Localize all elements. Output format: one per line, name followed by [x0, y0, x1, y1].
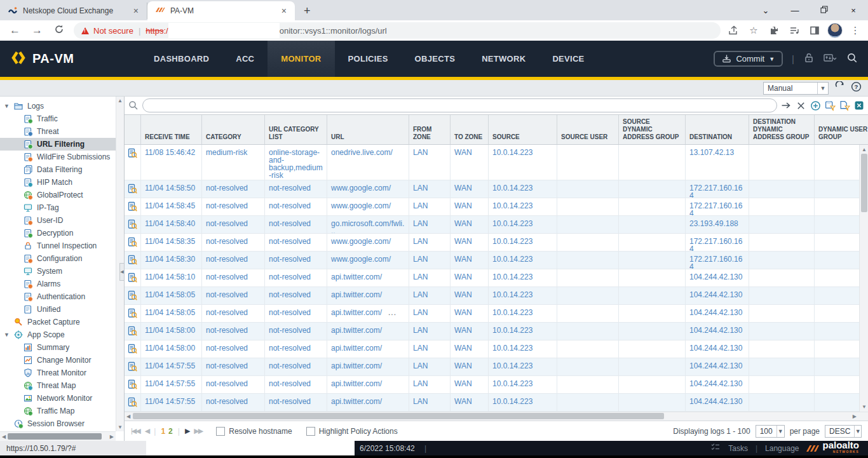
- cell-destination[interactable]: 104.244.42.130: [686, 340, 749, 358]
- sidebar-item-user-id[interactable]: User-ID: [0, 214, 116, 227]
- cell-source[interactable]: 10.0.14.223: [489, 323, 557, 340]
- sidebar-item-globalprotect[interactable]: GlobalProtect: [0, 189, 116, 201]
- export-to-csv-icon[interactable]: [853, 100, 865, 111]
- first-page-button[interactable]: |◀◀: [131, 427, 140, 435]
- per-page-select[interactable]: 100 ▼: [756, 425, 785, 438]
- cell-category[interactable]: not-resolved: [202, 305, 265, 322]
- refresh-icon[interactable]: [834, 81, 845, 95]
- grid-vertical-scrollbar[interactable]: ▲ ▼: [859, 145, 868, 412]
- cell-from_zone[interactable]: LAN: [409, 287, 451, 304]
- cell-url[interactable]: www.google.com/: [327, 234, 409, 251]
- language-label[interactable]: Language: [765, 444, 799, 453]
- sidebar-item-alarms[interactable]: Alarms: [0, 278, 116, 290]
- log-detail-icon[interactable]: [125, 269, 141, 286]
- cell-category[interactable]: not-resolved: [202, 269, 265, 286]
- cell-url[interactable]: api.twitter.com/: [327, 394, 409, 411]
- column-header-from_zone[interactable]: FROM ZONE: [409, 115, 451, 144]
- config-lock-icon[interactable]: [803, 52, 815, 66]
- cell-category[interactable]: not-resolved: [202, 376, 265, 393]
- bookmark-star-icon[interactable]: ☆: [745, 22, 763, 39]
- browser-tab-pavm[interactable]: PA-VM ×: [147, 1, 295, 20]
- window-restore-icon[interactable]: [810, 6, 839, 15]
- close-icon[interactable]: ×: [132, 6, 140, 16]
- log-detail-icon[interactable]: [125, 180, 141, 198]
- nav-item-policies[interactable]: POLICIES: [335, 41, 402, 77]
- column-header-source_dynamic_address_group[interactable]: SOURCE DYNAMIC ADDRESS GROUP: [619, 115, 686, 144]
- cell-receive_time[interactable]: 11/04 14:58:05: [141, 305, 202, 322]
- cell-receive_time[interactable]: 11/04 14:58:00: [141, 340, 202, 358]
- previous-page-button[interactable]: ◀: [145, 427, 149, 435]
- sidebar-item-session-browser[interactable]: Session Browser: [0, 417, 116, 430]
- cell-receive_time[interactable]: 11/04 14:58:50: [141, 180, 202, 198]
- cell-url_category_list[interactable]: not-resolved: [265, 323, 327, 340]
- cell-receive_time[interactable]: 11/04 14:58:10: [141, 269, 202, 286]
- sort-order-select[interactable]: DESC ▼: [825, 425, 862, 438]
- cell-destination[interactable]: 172.217.160.164: [686, 180, 749, 198]
- sidebar-item-hip-match[interactable]: HIP Match: [0, 176, 116, 189]
- cell-source[interactable]: 10.0.14.223: [489, 234, 557, 251]
- scroll-down-icon[interactable]: ▼: [862, 404, 867, 410]
- scroll-up-icon[interactable]: ▲: [862, 147, 867, 152]
- sidebar-splitter[interactable]: ◀: [119, 263, 125, 281]
- cell-to_zone[interactable]: WAN: [451, 198, 489, 215]
- scroll-down-icon[interactable]: ▼: [118, 424, 123, 430]
- cell-from_zone[interactable]: LAN: [409, 376, 451, 393]
- side-panel-icon[interactable]: [806, 22, 824, 39]
- log-detail-icon[interactable]: [125, 145, 141, 180]
- column-header-to_zone[interactable]: TO ZONE: [451, 115, 489, 144]
- cell-to_zone[interactable]: WAN: [451, 287, 489, 304]
- scroll-left-icon[interactable]: ◀: [126, 414, 130, 419]
- log-detail-icon[interactable]: [125, 198, 141, 215]
- cell-receive_time[interactable]: 11/04 14:58:00: [141, 323, 202, 340]
- page-number-current[interactable]: 1: [161, 427, 165, 436]
- log-detail-icon[interactable]: [125, 287, 141, 304]
- cell-url_category_list[interactable]: not-resolved: [265, 287, 327, 304]
- sidebar-item-data-filtering[interactable]: Data Filtering: [0, 163, 116, 176]
- cell-url_category_list[interactable]: not-resolved: [265, 394, 327, 411]
- next-page-button[interactable]: ▶: [185, 427, 189, 435]
- sidebar-item-traffic[interactable]: Traffic: [0, 112, 116, 125]
- cell-url[interactable]: api.twitter.com/...: [327, 305, 409, 322]
- cell-url[interactable]: www.google.com/: [327, 252, 409, 269]
- add-filter-icon[interactable]: [810, 100, 821, 111]
- cell-destination[interactable]: 104.244.42.130: [686, 376, 749, 393]
- cell-source[interactable]: 10.0.14.223: [489, 394, 557, 411]
- cell-from_zone[interactable]: LAN: [409, 394, 451, 411]
- forward-icon[interactable]: →: [26, 24, 48, 37]
- sidebar-item-packet-capture[interactable]: Packet Capture: [0, 316, 116, 328]
- cell-to_zone[interactable]: WAN: [451, 216, 489, 233]
- cell-to_zone[interactable]: WAN: [451, 340, 489, 358]
- sidebar-item-threat[interactable]: Threat: [0, 125, 116, 138]
- cell-source[interactable]: 10.0.14.223: [489, 376, 557, 393]
- log-detail-icon[interactable]: [125, 216, 141, 233]
- cell-from_zone[interactable]: LAN: [409, 323, 451, 340]
- sidebar-item-tunnel-inspection[interactable]: Tunnel Inspection: [0, 239, 116, 252]
- log-detail-icon[interactable]: [125, 305, 141, 322]
- cell-receive_time[interactable]: 11/04 14:58:30: [141, 252, 202, 269]
- cell-from_zone[interactable]: LAN: [409, 180, 451, 198]
- refresh-interval-select[interactable]: Manual ▼: [763, 82, 829, 95]
- cell-url[interactable]: go.microsoft.com/fwli...: [327, 216, 409, 233]
- load-filter-icon[interactable]: [839, 100, 850, 111]
- tasks-label[interactable]: Tasks: [728, 444, 748, 453]
- cell-destination[interactable]: 172.217.160.164: [686, 252, 749, 269]
- cell-category[interactable]: not-resolved: [202, 234, 265, 251]
- sidebar-item-url-filtering[interactable]: URL Filtering: [0, 138, 116, 151]
- sidebar-item-change-monitor[interactable]: Change Monitor: [0, 354, 116, 367]
- column-header-destination[interactable]: DESTINATION: [686, 115, 749, 144]
- page-number-2[interactable]: 2: [168, 427, 173, 436]
- cell-destination[interactable]: 104.244.42.130: [686, 269, 749, 286]
- sidebar-item-app-scope[interactable]: ▼App Scope: [0, 328, 116, 341]
- cell-from_zone[interactable]: LAN: [409, 145, 451, 180]
- browser-tab-netskope[interactable]: Netskope Cloud Exchange ×: [0, 3, 147, 19]
- cell-receive_time[interactable]: 11/04 14:58:45: [141, 198, 202, 215]
- cell-from_zone[interactable]: LAN: [409, 234, 451, 251]
- cell-url_category_list[interactable]: not-resolved: [265, 252, 327, 269]
- cell-source[interactable]: 10.0.14.223: [489, 198, 557, 215]
- cell-source[interactable]: 10.0.14.223: [489, 287, 557, 304]
- sidebar-item-wildfire-submissions[interactable]: WildFire Submissions: [0, 151, 116, 163]
- last-page-button[interactable]: ▶▶: [194, 427, 202, 435]
- tasks-icon[interactable]: [710, 442, 721, 454]
- cell-to_zone[interactable]: WAN: [451, 252, 489, 269]
- cell-url_category_list[interactable]: not-resolved: [265, 216, 327, 233]
